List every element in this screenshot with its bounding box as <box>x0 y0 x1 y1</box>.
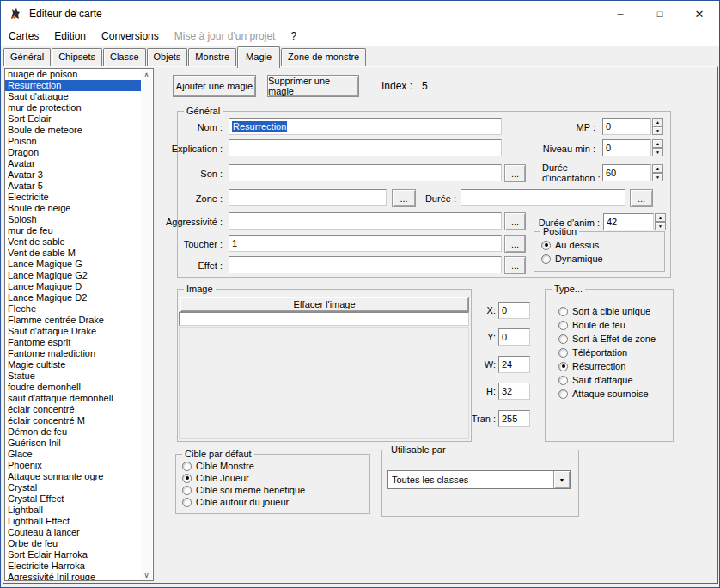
cible-option-cible-autour-du-joueur[interactable]: Cible autour du joueur <box>176 496 369 508</box>
list-item-lance-magique-d[interactable]: Lance Magique D <box>5 281 153 292</box>
duree-anim-spin-up-icon[interactable]: ▲ <box>655 213 666 222</box>
effet-browse-button[interactable]: ... <box>504 256 526 274</box>
list-item-sort-eclair[interactable]: Sort Eclair <box>5 113 153 125</box>
type-option-r-surrection[interactable]: Résurrection <box>546 359 673 373</box>
tab-classe[interactable]: Classe <box>103 48 146 66</box>
radio-icon[interactable] <box>182 462 192 471</box>
list-item-magie-cultiste[interactable]: Magie cultiste <box>5 359 153 371</box>
list-item-couteau-lancer[interactable]: Couteau à lancer <box>5 527 153 538</box>
maximize-button[interactable]: □ <box>640 1 680 27</box>
cible-option-cible-monstre[interactable]: Cible Monstre <box>176 460 369 472</box>
tab-zone-de-monstre[interactable]: Zone de monstre <box>281 48 366 66</box>
list-item-avatar[interactable]: Avatar <box>5 158 153 169</box>
radio-icon[interactable] <box>558 307 568 316</box>
nom-field[interactable]: Resurrection <box>229 118 502 135</box>
list-item-orbe-de-feu[interactable]: Orbe de feu <box>5 538 153 549</box>
mp-field[interactable] <box>602 118 651 135</box>
duree-field[interactable] <box>461 189 625 206</box>
delete-magic-button[interactable]: Supprimer une magie <box>267 75 359 97</box>
list-item-crystal-effect[interactable]: Crystal Effect <box>5 493 153 505</box>
list-item-sort-eclair-harroka[interactable]: Sort Eclair Harroka <box>5 549 153 560</box>
list-item-fantome-malediction[interactable]: Fantome malediction <box>5 348 153 359</box>
list-item-lance-magique-g2[interactable]: Lance Magique G2 <box>5 270 153 281</box>
toucher-field[interactable] <box>229 235 502 252</box>
position-option-dynamique[interactable]: Dynamique <box>534 252 664 266</box>
tab-g-n-ral[interactable]: Général <box>3 48 51 66</box>
list-item-crystal[interactable]: Crystal <box>5 482 153 493</box>
list-item-clair-concentr-m[interactable]: éclair concentré M <box>5 415 153 426</box>
list-item-saut-d-attaque[interactable]: Saut d'attaque <box>5 91 153 102</box>
radio-icon[interactable] <box>182 474 192 483</box>
list-item-boule-de-neige[interactable]: Boule de neige <box>5 203 153 214</box>
list-item-d-mon-de-feu[interactable]: Démon de feu <box>5 426 153 438</box>
list-item-phoenix[interactable]: Phoenix <box>5 460 153 471</box>
list-item-resurrection[interactable]: Resurrection <box>5 80 143 91</box>
scroll-up-icon[interactable]: ∧ <box>143 70 149 81</box>
tab-objets[interactable]: Objets <box>147 48 188 66</box>
radio-icon[interactable] <box>558 334 568 344</box>
list-item-mur-de-feu[interactable]: mur de feu <box>5 225 153 236</box>
list-item-statue[interactable]: Statue <box>5 371 153 382</box>
list-item-fantome-esprit[interactable]: Fantome esprit <box>5 337 153 348</box>
niveau-min-spin-down-icon[interactable]: ▼ <box>652 148 663 156</box>
duree-incantation-spin-up-icon[interactable]: ▲ <box>652 164 663 173</box>
list-item-clair-concentr[interactable]: éclair concentré <box>5 404 153 415</box>
scroll-down-icon[interactable]: ∨ <box>143 570 149 581</box>
list-item-foudre-demonhell[interactable]: foudre demonhell <box>5 382 153 393</box>
toucher-browse-button[interactable]: ... <box>504 235 526 253</box>
image-w-field[interactable] <box>498 356 530 373</box>
close-button[interactable]: ✕ <box>680 1 719 27</box>
tab-magie[interactable]: Magie <box>237 46 280 68</box>
image-tran-field[interactable] <box>498 410 530 427</box>
list-item-flamme-centr-e-drake[interactable]: Flamme centrée Drake <box>5 315 153 326</box>
list-item-lance-magique-d2[interactable]: Lance Magique D2 <box>5 292 153 303</box>
list-item-agressivit-inil-rouge[interactable]: Agressivité Inil rouge <box>5 572 153 581</box>
classes-combobox[interactable]: Toutes les classes ▼ <box>387 470 571 489</box>
type-option-t-l-portation[interactable]: Téléportation <box>546 346 673 359</box>
son-browse-button[interactable]: ... <box>504 164 526 182</box>
duree-anim-field[interactable] <box>603 213 654 230</box>
list-item-avatar-5[interactable]: Avatar 5 <box>5 181 153 192</box>
aggressivite-browse-button[interactable]: ... <box>504 212 526 230</box>
type-option-sort-cible-unique[interactable]: Sort à cible unique <box>546 304 673 318</box>
list-item-electricite[interactable]: Electricite <box>5 192 153 203</box>
image-y-field[interactable] <box>498 328 530 346</box>
radio-icon[interactable] <box>182 498 192 507</box>
image-h-field[interactable] <box>498 383 530 400</box>
minimize-button[interactable]: ─ <box>601 1 640 27</box>
radio-icon[interactable] <box>558 389 568 399</box>
son-field[interactable] <box>229 164 502 181</box>
cible-option-cible-soi-meme-benefique[interactable]: Cible soi meme benefique <box>176 484 369 496</box>
position-option-au-dessus[interactable]: Au dessus <box>534 238 664 252</box>
menu-item-conversions[interactable]: Conversions <box>94 27 167 46</box>
effet-field[interactable] <box>229 256 502 273</box>
tab-monstre[interactable]: Monstre <box>188 48 236 66</box>
type-option-attaque-sournoise[interactable]: Attaque sournoise <box>546 387 673 401</box>
list-item-nuage-de-poison[interactable]: nuage de poison <box>5 69 153 80</box>
list-item-poison[interactable]: Poison <box>5 136 153 147</box>
menu-item-[interactable]: ? <box>283 27 304 46</box>
radio-icon[interactable] <box>541 254 551 264</box>
list-item-splosh[interactable]: Splosh <box>5 214 153 225</box>
combo-dropdown-icon[interactable]: ▼ <box>553 471 570 488</box>
list-item-lightball[interactable]: Lightball <box>5 505 153 516</box>
niveau-min-spin-up-icon[interactable]: ▲ <box>652 139 663 148</box>
list-item-saut-d-attaque-demonhell[interactable]: saut d'attaque demonhell <box>5 393 153 404</box>
mp-spin-down-icon[interactable]: ▼ <box>652 126 663 135</box>
list-item-avatar-3[interactable]: Avatar 3 <box>5 169 153 181</box>
duree-incantation-field[interactable] <box>602 164 651 181</box>
aggressivite-field[interactable] <box>229 212 502 230</box>
menu-item-edition[interactable]: Edition <box>46 27 94 46</box>
list-item-electricite-harroka[interactable]: Electricite Harroka <box>5 560 153 572</box>
list-item-lance-magique-g[interactable]: Lance Magique G <box>5 259 153 270</box>
type-option-sort-effet-de-zone[interactable]: Sort à Effet de zone <box>546 332 673 346</box>
type-option-boule-de-feu[interactable]: Boule de feu <box>546 318 673 332</box>
add-magic-button[interactable]: Ajouter une magie <box>173 75 256 97</box>
zone-browse-button[interactable]: ... <box>392 189 416 207</box>
list-item-vent-de-sable[interactable]: Vent de sable <box>5 236 153 248</box>
list-item-lightball-effect[interactable]: Lightball Effect <box>5 516 153 527</box>
list-item-saut-d-attaque-drake[interactable]: Saut d'attaque Drake <box>5 326 153 337</box>
image-path-field[interactable] <box>179 312 469 326</box>
image-x-field[interactable] <box>498 302 530 319</box>
list-item-gu-rison-inil[interactable]: Guérison Inil <box>5 438 153 449</box>
